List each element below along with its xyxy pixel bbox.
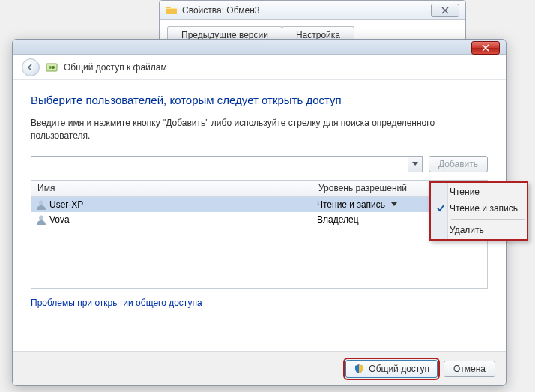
permission-value: Владелец (317, 214, 359, 225)
properties-close-button[interactable] (431, 4, 459, 17)
permissions-table: Имя Уровень разрешений User-XP Чтение и … (31, 180, 488, 289)
svg-point-3 (39, 200, 43, 205)
table-row[interactable]: User-XP Чтение и запись (31, 197, 487, 212)
properties-titlebar: Свойства: Обмен3 (160, 1, 465, 20)
context-item-delete[interactable]: Удалить (432, 222, 526, 238)
context-item-label: Удалить (450, 225, 484, 235)
sharing-icon (46, 61, 58, 73)
dialog-titlebar (13, 40, 506, 55)
instruction-text: Введите имя и нажмите кнопку "Добавить" … (31, 117, 488, 142)
permission-value: Чтение и запись (317, 199, 385, 210)
cancel-button[interactable]: Отмена (444, 361, 495, 377)
user-icon (36, 199, 46, 210)
add-button[interactable]: Добавить (429, 156, 488, 172)
check-icon (435, 225, 446, 235)
context-item-label: Чтение (450, 187, 480, 197)
chevron-down-icon (412, 162, 418, 166)
dialog-footer: Общий доступ Отмена (13, 351, 506, 385)
dialog-title: Общий доступ к файлам (64, 62, 167, 73)
folder-icon (166, 4, 178, 16)
context-item-read[interactable]: Чтение (432, 184, 526, 200)
svg-point-2 (52, 66, 55, 69)
menu-separator (451, 219, 525, 220)
user-icon (36, 214, 46, 225)
table-row[interactable]: Vova Владелец (31, 212, 487, 227)
permission-context-menu: Чтение Чтение и запись Удалить (429, 181, 528, 241)
check-icon (435, 203, 446, 214)
context-item-read-write[interactable]: Чтение и запись (432, 200, 526, 217)
back-button[interactable] (22, 58, 40, 76)
share-button-label: Общий доступ (369, 364, 429, 374)
breadcrumb: Общий доступ к файлам (13, 55, 506, 80)
close-button[interactable] (471, 41, 500, 55)
user-name: User-XP (49, 199, 83, 210)
svg-point-1 (49, 66, 52, 69)
chevron-down-icon[interactable] (391, 202, 397, 206)
share-button[interactable]: Общий доступ (345, 360, 438, 378)
shield-icon (354, 364, 364, 374)
troubleshoot-link[interactable]: Проблемы при открытии общего доступа (31, 298, 202, 308)
user-combo-input[interactable] (31, 156, 423, 172)
column-name[interactable]: Имя (31, 181, 312, 196)
user-name: Vova (49, 214, 70, 225)
svg-point-4 (39, 215, 43, 220)
heading-text: Выберите пользователей, которым следует … (31, 94, 488, 106)
context-item-label: Чтение и запись (450, 203, 518, 214)
check-icon (435, 187, 446, 197)
properties-title: Свойства: Обмен3 (182, 5, 260, 16)
